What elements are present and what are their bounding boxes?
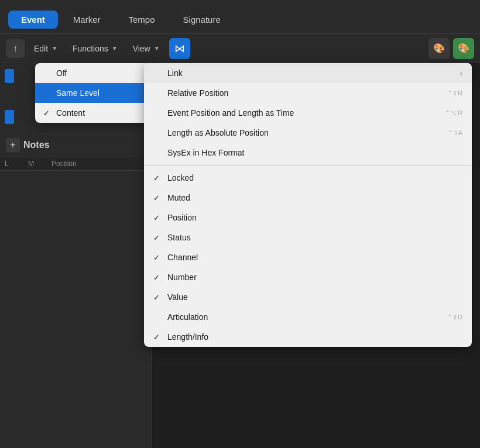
same-level-label: Same Level [56,88,100,98]
off-label: Off [56,68,67,78]
length-absolute-shortcut: ⌃⇧A [448,129,462,137]
dropdown-item-length-absolute[interactable]: Length as Absolute Position ⌃⇧A [144,123,472,143]
dropdown-item-number[interactable]: ✓ Number [144,267,472,287]
relative-position-label: Relative Position [167,88,228,98]
tab-event[interactable]: Event [8,11,58,29]
notes-header: + Notes [0,133,152,157]
edit-menu-button[interactable]: Edit ▼ [28,41,63,56]
dropdown-item-position[interactable]: ✓ Position [144,208,472,228]
number-label: Number [167,273,197,282]
palette-icon-1: 🎨 [433,43,445,54]
palette-icon-2: 🎨 [458,43,469,54]
dropdown-item-locked[interactable]: ✓ Locked [144,168,472,188]
articulation-label: Articulation [167,312,208,322]
relative-position-shortcut: ⌃⇧R [447,89,462,97]
content-checkmark: ✓ [43,109,53,118]
sysex-label: SysEx in Hex Format [167,148,244,157]
length-absolute-label: Length as Absolute Position [167,128,269,137]
palette-button-1[interactable]: 🎨 [428,38,450,59]
functions-chevron-icon: ▼ [112,45,118,51]
tab-bar: Event Marker Tempo Signature [0,0,480,34]
dropdown-item-length-info[interactable]: ✓ Length/Info [144,327,472,347]
link-item-left: Link [153,68,183,78]
dropdown-item-channel[interactable]: ✓ Channel [144,247,472,267]
dropdown-item-status[interactable]: ✓ Status [144,228,472,247]
submenu-item-same-level[interactable]: Same Level [35,83,152,103]
col-position-header: Position [52,160,147,168]
functions-menu-button[interactable]: Functions ▼ [67,41,124,56]
palette-button-2[interactable]: 🎨 [453,38,474,59]
channel-label: Channel [167,253,198,262]
submenu-item-content[interactable]: ✓ Content [35,103,152,123]
dropdown-item-event-position[interactable]: Event Position and Length as Time ⌃⌥R [144,103,472,123]
app-container: Event Marker Tempo Signature ↑ Edit ▼ Fu… [0,0,480,448]
event-position-label: Event Position and Length as Time [167,108,294,118]
tab-signature[interactable]: Signature [170,11,234,29]
dropdown-item-muted[interactable]: ✓ Muted [144,188,472,208]
value-label: Value [167,292,188,302]
dropdown-item-sysex[interactable]: SysEx in Hex Format [144,143,472,163]
plus-icon: + [10,140,15,150]
toolbar: ↑ Edit ▼ Functions ▼ View ▼ ⋈ 🎨 🎨 [0,34,480,63]
main-dropdown: Link › Relative Position ⌃⇧R E [144,63,472,347]
col-l-header: L [5,160,28,168]
muted-label: Muted [167,193,190,202]
notes-title-label: Notes [23,140,49,150]
midi-icon-button[interactable]: ⋈ [169,38,190,59]
dropdown-item-articulation[interactable]: Articulation ⌃⇧D [144,307,472,327]
up-arrow-icon: ↑ [13,43,18,54]
locked-label: Locked [167,173,194,182]
length-info-label: Length/Info [167,332,208,342]
view-chevron-icon: ▼ [154,45,160,51]
tab-marker[interactable]: Marker [60,11,114,29]
articulation-shortcut: ⌃⇧D [447,313,462,321]
column-headers: L M Position [0,157,152,171]
status-label: Status [167,233,191,242]
dropdown-item-link[interactable]: Link › [144,63,472,83]
content-label: Content [56,108,85,118]
view-menu-button[interactable]: View ▼ [127,41,166,56]
submenu-item-off[interactable]: Off [35,63,152,83]
event-position-shortcut: ⌃⌥R [445,109,462,117]
tab-tempo[interactable]: Tempo [116,11,168,29]
notes-add-button[interactable]: + [6,138,20,152]
dropdown-item-relative-position[interactable]: Relative Position ⌃⇧R [144,83,472,103]
dropdown-item-value[interactable]: ✓ Value [144,287,472,307]
link-chevron-icon: › [460,68,462,78]
link-label: Link [167,68,183,78]
main-content: + Notes L M Position Off S [0,63,480,448]
sidebar-label-a [5,69,14,83]
edit-chevron-icon: ▼ [52,45,57,51]
back-button[interactable]: ↑ [6,39,25,58]
col-m-header: M [28,160,52,168]
dropdown-separator-1 [144,165,472,166]
midi-icon: ⋈ [174,42,185,55]
functions-submenu: Off Same Level ✓ Content [35,63,152,123]
sidebar-label-b [5,110,14,124]
position-label: Position [167,213,197,222]
